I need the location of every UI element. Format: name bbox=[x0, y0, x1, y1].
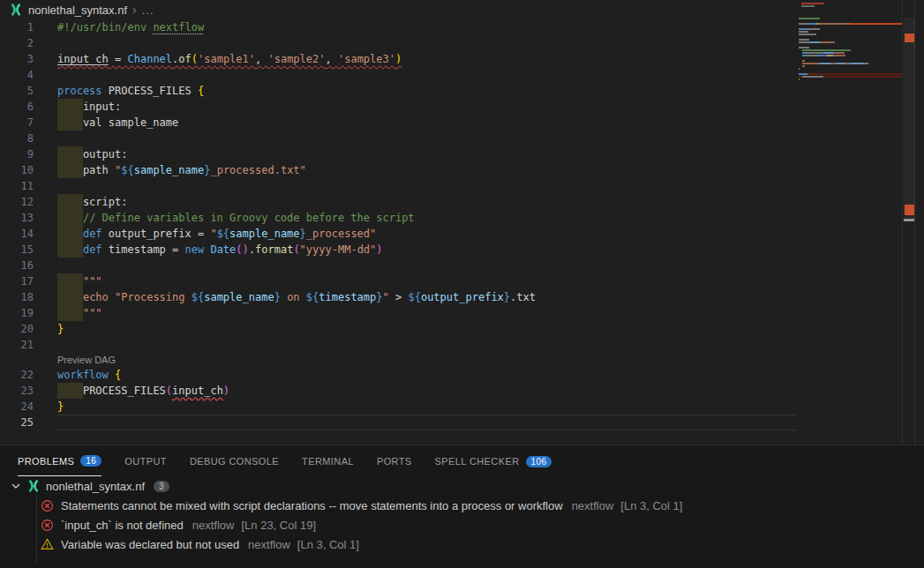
panel-tab-spell-checker[interactable]: SPELL CHECKER106 bbox=[435, 446, 552, 476]
problem-row[interactable]: Variable was declared but not usednextfl… bbox=[0, 534, 924, 554]
panel-tab-debug-console[interactable]: DEBUG CONSOLE bbox=[190, 446, 279, 476]
editor-scrollbar[interactable] bbox=[902, 0, 915, 445]
code-line[interactable]: 10 path "${sample_name}_processed.txt" bbox=[0, 162, 799, 178]
line-number[interactable]: 13 bbox=[0, 210, 34, 226]
line-number[interactable]: 24 bbox=[0, 399, 34, 415]
line-number[interactable]: 22 bbox=[0, 367, 34, 383]
line-number[interactable]: 4 bbox=[0, 67, 34, 83]
panel-tab-terminal[interactable]: TERMINAL bbox=[302, 446, 354, 476]
minimap-line bbox=[799, 49, 902, 51]
panel-tab-badge: 106 bbox=[526, 456, 552, 467]
problems-file-row[interactable]: nonlethal_syntax.nf 3 bbox=[0, 476, 924, 496]
code-line[interactable]: 2 bbox=[0, 35, 799, 51]
panel-tab-label: DEBUG CONSOLE bbox=[190, 456, 279, 467]
minimap-line bbox=[799, 23, 902, 25]
line-number[interactable]: 15 bbox=[0, 242, 34, 258]
minimap-line bbox=[799, 28, 902, 30]
code-line[interactable]: 19 """ bbox=[0, 305, 799, 321]
code-line-text: path "${sample_name}_processed.txt" bbox=[57, 162, 306, 178]
line-number[interactable]: 1 bbox=[0, 19, 34, 35]
line-number[interactable]: 6 bbox=[0, 99, 34, 115]
codelens-row: Preview DAG bbox=[0, 353, 799, 367]
panel-tab-label: OUTPUT bbox=[124, 456, 167, 467]
code-line[interactable]: 9 output: bbox=[0, 146, 799, 162]
code-area[interactable]: 1#!/usr/bin/env nextflow23input_ch = Cha… bbox=[0, 19, 799, 430]
line-number[interactable]: 19 bbox=[0, 305, 34, 321]
problems-filename: nonlethal_syntax.nf bbox=[46, 480, 145, 493]
code-line-text: input: bbox=[57, 99, 121, 115]
code-line-text: } bbox=[57, 321, 64, 337]
code-line-text: process PROCESS_FILES { bbox=[57, 83, 204, 99]
line-number[interactable]: 7 bbox=[0, 115, 34, 131]
code-line[interactable]: 4 bbox=[0, 67, 799, 83]
code-line[interactable]: 18 echo "Processing ${sample_name} on ${… bbox=[0, 289, 799, 305]
code-line[interactable]: 13 // Define variables in Groovy code be… bbox=[0, 210, 799, 226]
panel-tab-problems[interactable]: PROBLEMS16 bbox=[18, 446, 101, 476]
code-line[interactable]: 23 PROCESS_FILES(input_ch) bbox=[0, 383, 799, 399]
code-line[interactable]: 17 """ bbox=[0, 273, 799, 289]
code-line[interactable]: 1#!/usr/bin/env nextflow bbox=[0, 19, 799, 35]
breadcrumb[interactable]: nonlethal_syntax.nf › ... bbox=[0, 0, 794, 19]
line-number[interactable]: 10 bbox=[0, 162, 34, 178]
chevron-down-icon[interactable] bbox=[11, 481, 21, 491]
code-line[interactable]: 24} bbox=[0, 399, 799, 415]
problem-source: nextflow bbox=[572, 499, 614, 512]
line-number[interactable]: 12 bbox=[0, 194, 34, 210]
problems-count-badge: 3 bbox=[154, 481, 169, 492]
code-line[interactable]: 7 val sample_name bbox=[0, 115, 799, 131]
breadcrumb-filename[interactable]: nonlethal_syntax.nf bbox=[28, 4, 127, 17]
line-number[interactable]: 25 bbox=[0, 415, 34, 430]
line-number[interactable]: 20 bbox=[0, 321, 34, 337]
code-line[interactable]: 22workflow { bbox=[0, 367, 799, 383]
minimap-line bbox=[799, 76, 902, 78]
minimap-line bbox=[799, 81, 902, 83]
code-line[interactable]: 11 bbox=[0, 178, 799, 194]
line-number[interactable]: 8 bbox=[0, 131, 34, 146]
minimap-line bbox=[799, 68, 902, 70]
line-number[interactable]: 2 bbox=[0, 35, 34, 51]
line-number[interactable]: 23 bbox=[0, 383, 34, 399]
code-line-text: } bbox=[57, 399, 64, 415]
code-line-text: #!/usr/bin/env nextflow bbox=[57, 19, 204, 35]
panel-tab-badge: 16 bbox=[80, 455, 101, 467]
code-line[interactable]: 12 script: bbox=[0, 194, 799, 210]
line-number[interactable]: 9 bbox=[0, 146, 34, 162]
minimap[interactable] bbox=[799, 18, 902, 84]
minimap-line bbox=[799, 78, 902, 80]
line-number[interactable]: 11 bbox=[0, 178, 34, 194]
panel-tab-output[interactable]: OUTPUT bbox=[124, 446, 167, 476]
code-line-text: script: bbox=[57, 194, 127, 210]
code-line[interactable]: 8 bbox=[0, 131, 799, 146]
line-number[interactable]: 14 bbox=[0, 226, 34, 242]
panel-tab-label: TERMINAL bbox=[302, 456, 354, 467]
code-line[interactable]: 6 input: bbox=[0, 99, 799, 115]
code-line[interactable]: 21 bbox=[0, 337, 799, 353]
problem-row[interactable]: Statements cannot be mixed with script d… bbox=[0, 496, 924, 515]
problem-message: Variable was declared but not used bbox=[61, 538, 239, 551]
line-number[interactable]: 3 bbox=[0, 51, 34, 67]
panel-tab-label: SPELL CHECKER bbox=[435, 456, 520, 467]
codelens-preview-dag-link[interactable]: Preview DAG bbox=[57, 353, 116, 367]
problem-row[interactable]: `input_ch` is not definednextflow[Ln 23,… bbox=[0, 515, 924, 534]
line-number[interactable]: 5 bbox=[0, 83, 34, 99]
breadcrumb-symbol-ellipsis[interactable]: ... bbox=[142, 4, 154, 17]
scrollbar-slider[interactable] bbox=[904, 18, 915, 220]
code-line[interactable]: 14 def output_prefix = "${sample_name}_p… bbox=[0, 226, 799, 242]
minimap-line bbox=[799, 47, 902, 49]
code-line[interactable]: 3input_ch = Channel.of('sample1', 'sampl… bbox=[0, 51, 799, 67]
line-number[interactable]: 16 bbox=[0, 258, 34, 273]
error-icon bbox=[41, 499, 54, 512]
code-line[interactable]: 5process PROCESS_FILES { bbox=[0, 83, 799, 99]
code-line[interactable]: 15 def timestamp = new Date().format("yy… bbox=[0, 242, 799, 258]
minimap-line bbox=[799, 26, 902, 27]
minimap-line bbox=[799, 63, 902, 64]
panel-tab-ports[interactable]: PORTS bbox=[377, 446, 412, 476]
line-number[interactable]: 18 bbox=[0, 289, 34, 305]
code-line[interactable]: 16 bbox=[0, 258, 799, 273]
tree-indent-guide bbox=[36, 496, 37, 563]
line-number[interactable]: 21 bbox=[0, 337, 34, 353]
code-line[interactable]: 20} bbox=[0, 321, 799, 337]
code-line[interactable]: 25 bbox=[0, 415, 799, 430]
code-line-text: def timestamp = new Date().format("yyyy-… bbox=[57, 242, 383, 258]
line-number[interactable]: 17 bbox=[0, 273, 34, 289]
